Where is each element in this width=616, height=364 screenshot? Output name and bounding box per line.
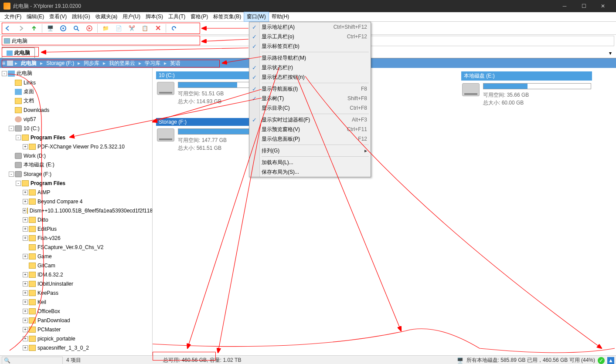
menu-2[interactable]: 查看(V) bbox=[47, 12, 69, 21]
address-text: 此电脑 bbox=[12, 37, 27, 45]
menu-item[interactable]: 显示信息面板(P)F12 bbox=[249, 134, 371, 144]
tree-item[interactable]: Work (D:) bbox=[0, 151, 152, 160]
tree-item[interactable]: +Beyond Compare 4 bbox=[0, 197, 152, 206]
maximize-button[interactable]: ☐ bbox=[574, 0, 593, 12]
menu-item[interactable]: ✓显示导航面板(I)F8 bbox=[249, 84, 371, 94]
tree-label: PCMaster bbox=[37, 327, 61, 333]
menu-item[interactable]: ✓显示工具栏(o)Ctrl+F12 bbox=[249, 32, 371, 41]
menu-6[interactable]: 脚本(S) bbox=[143, 12, 166, 21]
tree-item[interactable]: +PanDownload bbox=[0, 316, 152, 325]
tab-this-pc[interactable]: 此电脑 bbox=[2, 47, 35, 58]
file-list[interactable]: 10 (C:)可用空间: 51.51 GB总大小: 114.93 GB本地磁盘 … bbox=[153, 68, 616, 355]
new-folder-icon[interactable]: 📁 bbox=[99, 23, 112, 34]
tree-item[interactable]: -10 (C:) bbox=[0, 124, 152, 133]
folder-icon bbox=[29, 272, 36, 278]
list-icon[interactable]: ≡ bbox=[2, 60, 5, 67]
tree-item[interactable]: Downloads bbox=[0, 105, 152, 115]
menu-item[interactable]: 显示目录(C)Ctrl+F8 bbox=[249, 103, 371, 113]
tree-item[interactable]: -Storage (F:) bbox=[0, 169, 152, 179]
menu-label: 显示实时过滤器框(F) bbox=[262, 116, 352, 124]
folder-icon bbox=[22, 135, 29, 141]
menu-item[interactable]: 加载布局(L)... bbox=[249, 158, 371, 167]
crumb-2[interactable]: 同步库 bbox=[82, 60, 101, 67]
tree-item[interactable]: -此电脑 bbox=[0, 69, 152, 78]
drive-icon bbox=[157, 128, 174, 142]
tree-item[interactable]: +Keil bbox=[0, 297, 152, 307]
folder-tree[interactable]: -此电脑Links桌面文档Downloadsvip57-10 (C:)-Prog… bbox=[0, 68, 153, 355]
tree-item[interactable]: -Program Files bbox=[0, 133, 152, 142]
crumb-5[interactable]: 英语 bbox=[168, 60, 182, 67]
target-icon[interactable] bbox=[57, 23, 69, 34]
cut-icon[interactable]: ✂️ bbox=[126, 23, 138, 34]
undo-icon[interactable] bbox=[168, 23, 180, 34]
menu-4[interactable]: 收藏夹(a) bbox=[93, 12, 120, 21]
tree-item[interactable]: Links bbox=[0, 78, 152, 87]
menu-item[interactable]: 排列(G) bbox=[249, 146, 371, 155]
tab-dropdown[interactable]: ▾ bbox=[606, 48, 614, 58]
search-icon[interactable] bbox=[70, 23, 82, 34]
menu-8[interactable]: 窗格(P) bbox=[188, 12, 211, 21]
tree-item[interactable]: +PDF-XChange Viewer Pro 2.5.322.10 bbox=[0, 142, 152, 151]
menu-11[interactable]: 帮助(H) bbox=[269, 12, 292, 21]
drive-card[interactable]: 本地磁盘 (E:)可用空间: 35.66 GB总大小: 60.00 GB bbox=[461, 71, 592, 109]
tree-item[interactable]: -Program Files bbox=[0, 179, 152, 188]
up-arrow-icon[interactable]: ▲ bbox=[607, 357, 614, 364]
menu-1[interactable]: 编辑(E) bbox=[24, 12, 47, 21]
tree-item[interactable]: +Game bbox=[0, 252, 152, 261]
menu-3[interactable]: 跳转(G) bbox=[69, 12, 92, 21]
tree-item[interactable]: +OfficeBox bbox=[0, 307, 152, 316]
menu-item[interactable]: ✓显示标签页栏(b) bbox=[249, 41, 371, 51]
menu-item[interactable]: ✓显示状态栏按钮(n) bbox=[249, 72, 371, 82]
crumb-0[interactable]: 此电脑 bbox=[19, 60, 38, 67]
menu-item[interactable]: ✓显示状态栏(r) bbox=[249, 63, 371, 72]
copy-icon[interactable]: 📄 bbox=[112, 23, 125, 34]
menu-item[interactable]: ✓显示地址栏(A)Ctrl+Shift+F12 bbox=[249, 22, 371, 32]
tree-item[interactable]: 本地磁盘 (E:) bbox=[0, 160, 152, 169]
tree-item[interactable]: +Dism++10.1.1000.51B_6feef5fa1ea53930ecd… bbox=[0, 206, 152, 215]
tree-item[interactable]: +AIMP bbox=[0, 188, 152, 197]
menu-item[interactable]: ✓显示实时过滤器框(F)Alt+F3 bbox=[249, 115, 371, 125]
filter-input[interactable]: 🔍 bbox=[2, 357, 63, 364]
menu-item[interactable]: 保存布局为(S)... bbox=[249, 167, 371, 177]
menu-0[interactable]: 文件(F) bbox=[2, 12, 24, 21]
minimize-button[interactable]: ─ bbox=[555, 0, 574, 12]
tree-item[interactable]: 桌面 bbox=[0, 87, 152, 96]
computer-icon[interactable]: 🖥️ bbox=[44, 23, 56, 34]
tree-item[interactable]: +IObitUninstaller bbox=[0, 279, 152, 288]
menu-item[interactable]: 显示预览窗格(V)Ctrl+F11 bbox=[249, 125, 371, 134]
tree-item[interactable]: +KeePass bbox=[0, 288, 152, 297]
tree-item[interactable]: +picpick_portable bbox=[0, 334, 152, 343]
tree-item[interactable]: +IDM.6.32.2 bbox=[0, 270, 152, 279]
pc-icon bbox=[8, 71, 15, 77]
tree-item[interactable]: +Fish-v326 bbox=[0, 233, 152, 243]
tree-item[interactable]: vip57 bbox=[0, 115, 152, 124]
tree-item[interactable]: +EditPlus bbox=[0, 224, 152, 233]
paste-icon[interactable]: 📋 bbox=[139, 23, 151, 34]
forward-button[interactable] bbox=[15, 23, 27, 34]
drive-icon bbox=[15, 171, 22, 177]
tree-label: Program Files bbox=[31, 135, 65, 141]
menu-label: 显示标签页栏(b) bbox=[262, 43, 367, 50]
tree-item[interactable]: 文档 bbox=[0, 96, 152, 105]
crumb-3[interactable]: 我的坚果云 bbox=[107, 60, 137, 67]
back-button[interactable] bbox=[2, 23, 14, 34]
tree-item[interactable]: +Ditto bbox=[0, 215, 152, 224]
menu-item[interactable]: 显示路径导航栏(M) bbox=[249, 53, 371, 63]
crumb-1[interactable]: Storage (F:) bbox=[44, 60, 76, 66]
tree-item[interactable]: +spacesniffer_1_3_0_2 bbox=[0, 343, 152, 352]
menu-7[interactable]: 工具(T) bbox=[166, 12, 188, 21]
tree-item[interactable]: FSCapture_Ver.9.0_Chs_V2 bbox=[0, 243, 152, 252]
menu-shortcut: Alt+F3 bbox=[352, 117, 367, 123]
menu-9[interactable]: 标签页集(B) bbox=[211, 12, 244, 21]
up-button[interactable] bbox=[28, 23, 40, 34]
menu-5[interactable]: 用户(U) bbox=[120, 12, 143, 21]
menu-10[interactable]: 窗口(W) bbox=[244, 12, 269, 22]
play-icon[interactable] bbox=[83, 23, 95, 34]
delete-icon[interactable]: ✕ bbox=[152, 23, 164, 34]
tree-item[interactable]: +PCMaster bbox=[0, 325, 152, 334]
ok-icon[interactable]: ✓ bbox=[598, 357, 605, 364]
tree-item[interactable]: GitCam bbox=[0, 261, 152, 270]
menu-item[interactable]: ✓显示树(T)Shift+F8 bbox=[249, 94, 371, 103]
close-button[interactable]: ✕ bbox=[593, 0, 613, 12]
crumb-4[interactable]: 学习库 bbox=[143, 60, 162, 67]
